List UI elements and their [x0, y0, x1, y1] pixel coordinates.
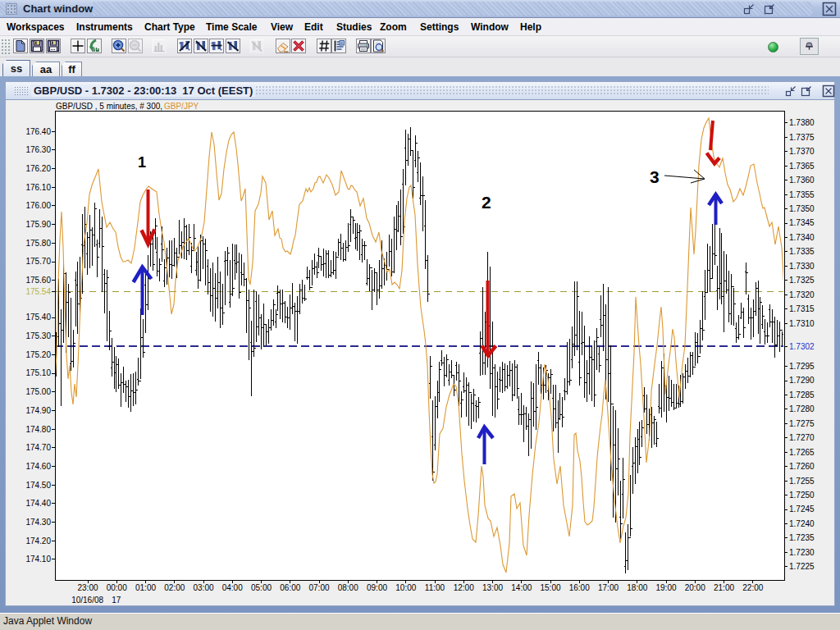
svg-text:1.7375: 1.7375 [789, 133, 815, 142]
svg-text:175.90: 175.90 [25, 220, 51, 229]
svg-text:175.70: 175.70 [25, 257, 51, 266]
svg-text:12:00: 12:00 [454, 583, 474, 592]
svg-text:GBP/JPY: GBP/JPY [164, 102, 199, 111]
svg-text:07:00: 07:00 [308, 583, 329, 592]
svg-text:18:00: 18:00 [627, 583, 647, 592]
svg-text:174.30: 174.30 [25, 518, 51, 527]
svg-text:14:00: 14:00 [511, 583, 532, 592]
svg-text:17:00: 17:00 [598, 583, 619, 592]
svg-text:1.7360: 1.7360 [789, 176, 815, 185]
svg-text:1.7365: 1.7365 [789, 162, 815, 171]
svg-text:175.10: 175.10 [25, 368, 51, 377]
svg-text:16:00: 16:00 [569, 583, 590, 592]
svg-text:1.7330: 1.7330 [789, 262, 815, 271]
svg-text:05:00: 05:00 [251, 583, 272, 592]
svg-text:1.7240: 1.7240 [789, 519, 815, 528]
svg-text:174.60: 174.60 [25, 462, 51, 471]
svg-text:174.40: 174.40 [25, 499, 51, 508]
svg-text:00:00: 00:00 [107, 583, 127, 592]
svg-text:1: 1 [138, 154, 146, 171]
svg-text:174.50: 174.50 [25, 481, 51, 490]
svg-text:1.7285: 1.7285 [789, 390, 815, 399]
svg-text:176.20: 176.20 [25, 164, 51, 173]
svg-text:23:00: 23:00 [77, 583, 98, 592]
svg-text:09:00: 09:00 [367, 583, 387, 592]
svg-text:15:00: 15:00 [540, 583, 560, 592]
svg-text:08:00: 08:00 [338, 583, 358, 592]
svg-text:1.7350: 1.7350 [789, 204, 815, 213]
svg-text:11:00: 11:00 [425, 583, 445, 592]
svg-text:10/16/08: 10/16/08 [71, 596, 103, 605]
svg-text:174.10: 174.10 [25, 555, 51, 564]
svg-text:175.00: 175.00 [25, 387, 51, 396]
svg-text:1.7380: 1.7380 [789, 118, 815, 127]
svg-text:1.7260: 1.7260 [789, 462, 815, 471]
svg-text:1.7230: 1.7230 [789, 548, 815, 557]
svg-text:03:00: 03:00 [193, 583, 213, 592]
svg-text:1.7295: 1.7295 [789, 362, 815, 371]
svg-text:13:00: 13:00 [482, 583, 503, 592]
svg-text:02:00: 02:00 [164, 583, 185, 592]
svg-text:01:00: 01:00 [135, 583, 156, 592]
svg-text:1.7315: 1.7315 [789, 304, 815, 313]
svg-text:1.7255: 1.7255 [789, 477, 815, 486]
svg-text:1.7225: 1.7225 [789, 562, 815, 571]
svg-text:176.40: 176.40 [25, 127, 51, 136]
svg-text:1.7302: 1.7302 [789, 342, 815, 351]
svg-text:1.7320: 1.7320 [789, 290, 815, 299]
svg-text:1.7355: 1.7355 [789, 190, 815, 199]
svg-text:174.80: 174.80 [25, 425, 51, 434]
svg-text:176.30: 176.30 [25, 145, 51, 154]
svg-text:1.7250: 1.7250 [789, 491, 815, 500]
svg-text:175.60: 175.60 [25, 276, 51, 285]
svg-text:175.40: 175.40 [25, 313, 51, 322]
svg-text:19:00: 19:00 [655, 583, 676, 592]
svg-text:176.10: 176.10 [25, 183, 51, 192]
svg-text:22:00: 22:00 [742, 583, 763, 592]
svg-text:10:00: 10:00 [395, 583, 416, 592]
svg-text:3: 3 [650, 167, 660, 186]
svg-text:174.90: 174.90 [25, 406, 51, 415]
svg-text:175.20: 175.20 [25, 350, 51, 359]
svg-text:2: 2 [482, 193, 491, 212]
svg-text:06:00: 06:00 [280, 583, 300, 592]
svg-text:04:00: 04:00 [222, 583, 243, 592]
svg-text:1.7345: 1.7345 [789, 218, 815, 227]
svg-text:GBP/USD , 5 minutes, # 300,: GBP/USD , 5 minutes, # 300, [56, 102, 162, 111]
svg-text:175.80: 175.80 [25, 239, 51, 248]
svg-text:1.7235: 1.7235 [789, 533, 815, 542]
svg-text:175.30: 175.30 [25, 331, 51, 340]
svg-text:1.7340: 1.7340 [789, 233, 815, 242]
svg-text:1.7335: 1.7335 [789, 247, 815, 256]
svg-text:174.70: 174.70 [25, 443, 51, 452]
svg-text:1.7310: 1.7310 [789, 319, 815, 328]
svg-text:176.00: 176.00 [25, 201, 51, 210]
svg-text:1.7275: 1.7275 [789, 419, 815, 428]
svg-text:174.20: 174.20 [25, 536, 51, 546]
svg-text:175.54: 175.54 [25, 287, 51, 296]
svg-text:17: 17 [112, 596, 121, 605]
svg-text:1.7270: 1.7270 [789, 433, 815, 442]
svg-text:1.7280: 1.7280 [789, 404, 815, 413]
svg-text:20:00: 20:00 [685, 583, 705, 592]
svg-text:21:00: 21:00 [714, 583, 734, 592]
svg-text:1.7325: 1.7325 [789, 276, 815, 285]
svg-text:1.7370: 1.7370 [789, 147, 815, 156]
svg-text:1.7265: 1.7265 [789, 448, 815, 457]
svg-text:1.7245: 1.7245 [789, 504, 815, 514]
svg-text:1.7290: 1.7290 [789, 376, 815, 385]
